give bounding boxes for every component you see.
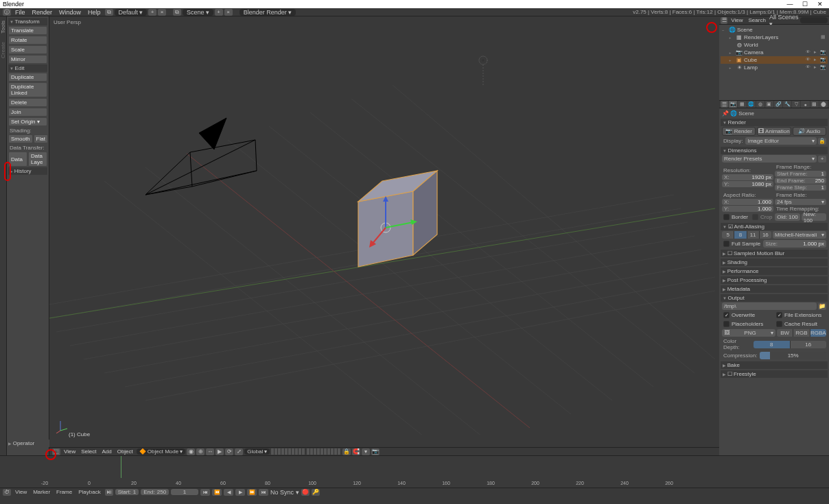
manipulator-toggle-icon[interactable]: ↔ — [206, 448, 214, 455]
scale-button[interactable]: Scale — [8, 45, 47, 54]
res-y-field[interactable]: Y:1080 px — [722, 181, 773, 187]
outliner-item-world[interactable]: ◍World — [721, 41, 828, 49]
tl-menu-frame[interactable]: Frame — [54, 489, 74, 495]
aspect-x-field[interactable]: X:1.000 — [722, 199, 773, 205]
editor-type-3dview-icon[interactable]: ⬚ — [52, 448, 60, 455]
rotate-button[interactable]: Rotate — [8, 36, 47, 45]
editor-type-outliner-icon[interactable]: ☰ — [721, 17, 727, 24]
panel-post-header[interactable]: Post Processing — [721, 276, 828, 284]
mode-dropdown[interactable]: 🔶 Object Mode ▾ — [137, 448, 185, 455]
lock-interface-icon[interactable]: 🔒 — [818, 138, 826, 145]
layers-widget[interactable] — [271, 448, 341, 455]
fps-dropdown[interactable]: 24 fps▾ — [775, 199, 826, 205]
join-button[interactable]: Join — [8, 108, 47, 117]
delete-scene-icon[interactable]: × — [224, 9, 233, 16]
render-audio-button[interactable]: 🔊 Audio — [793, 127, 826, 136]
tl-menu-marker[interactable]: Marker — [31, 489, 52, 495]
orientation-dropdown[interactable]: Global ▾ — [244, 448, 270, 455]
3d-viewport[interactable]: User Persp — [49, 16, 719, 447]
panel-edit-header[interactable]: Edit — [8, 64, 47, 72]
outliner-menu-search[interactable]: Search — [747, 17, 768, 23]
snap-target-icon[interactable]: ▾ — [362, 448, 370, 455]
vp-menu-select[interactable]: Select — [79, 448, 98, 455]
screen-browse-icon[interactable]: ⧉ — [105, 9, 113, 16]
prop-tab-constraints[interactable]: 🔗 — [774, 101, 782, 108]
menu-window[interactable]: Window — [56, 9, 84, 16]
manipulator-scale-icon[interactable]: ⤢ — [235, 448, 243, 455]
delete-button[interactable]: Delete — [8, 98, 47, 107]
tooltab-tools[interactable]: Tools — [0, 16, 6, 38]
prop-tab-data[interactable]: ▽ — [792, 101, 800, 108]
editor-type-timeline-icon[interactable]: ⏱ — [3, 489, 11, 496]
add-screen-icon[interactable]: + — [148, 9, 156, 16]
panel-smb-header[interactable]: ☐ Sampled Motion Blur — [721, 250, 828, 257]
jump-end-button[interactable]: ⏭ — [259, 489, 268, 496]
outliner-item-camera[interactable]: +📷Camera 👁▸📷 — [721, 49, 828, 56]
output-path-field[interactable]: /tmp\ — [722, 302, 817, 310]
editor-type-properties-icon[interactable]: ☰ — [721, 101, 728, 108]
aa-size-field[interactable]: Size:1.000 px — [763, 240, 826, 248]
tl-range-icon[interactable]: ⏯ — [105, 489, 113, 496]
remap-old-field[interactable]: Old: 100 — [775, 213, 799, 221]
datalayers-button[interactable]: Data Laye — [28, 152, 47, 167]
start-frame-field[interactable]: Start Frame:1 — [775, 171, 826, 177]
outliner-menu-view[interactable]: View — [729, 17, 745, 23]
play-reverse-button[interactable]: ◀ — [224, 489, 233, 496]
panel-bake-header[interactable]: Bake — [721, 361, 828, 369]
outliner-item-cube[interactable]: +▣Cube 👁▸📷 — [721, 56, 828, 64]
keying-set-icon[interactable]: 🔑 — [312, 489, 320, 496]
tl-start-field[interactable]: Start:1 — [115, 489, 139, 495]
panel-render-header[interactable]: Render — [721, 119, 828, 126]
autokey-icon[interactable]: 🔴 — [301, 489, 310, 496]
vp-menu-view[interactable]: View — [62, 448, 78, 455]
fileext-checkbox[interactable] — [776, 312, 782, 318]
panel-freestyle-header[interactable]: ☐ Freestyle — [721, 370, 828, 378]
panel-output-header[interactable]: Output — [721, 294, 828, 302]
panel-aa-header[interactable]: ☑ Anti-Aliasing — [721, 223, 828, 230]
play-button[interactable]: ▶ — [235, 489, 245, 496]
aa-filter-dropdown[interactable]: Mitchell-Netravali▾ — [773, 231, 826, 239]
duplicate-button[interactable]: Duplicate — [8, 73, 47, 82]
channels-segmented[interactable]: BW RGB RGBA — [777, 329, 826, 337]
scene-browse-icon[interactable]: ⧉ — [173, 9, 181, 16]
duplicate-linked-button[interactable]: Duplicate Linked — [8, 82, 47, 97]
render-presets-dropdown[interactable]: Render Presets▾ — [722, 155, 817, 163]
manipulator-rotate-icon[interactable]: ⟳ — [225, 448, 233, 455]
pivot-icon[interactable]: ⊕ — [196, 448, 205, 455]
res-x-field[interactable]: X:1920 px — [722, 174, 773, 180]
editor-type-icon[interactable]: ⓘ — [3, 9, 11, 16]
window-close-button[interactable]: ✕ — [815, 1, 825, 8]
remap-new-field[interactable]: New: 100 — [802, 213, 826, 221]
prop-tab-object[interactable]: ▣ — [765, 101, 773, 108]
aa-samples-segmented[interactable]: 5 8 11 16 — [722, 231, 771, 239]
keyframe-next-button[interactable]: ⏩ — [247, 489, 257, 496]
timeline-cursor[interactable] — [121, 456, 121, 478]
data-button[interactable]: Data — [8, 152, 27, 167]
prop-tab-render[interactable]: 📷 — [729, 101, 737, 108]
compression-slider[interactable]: 15% — [760, 352, 826, 359]
crop-checkbox[interactable] — [752, 214, 758, 220]
operator-panel-header[interactable]: Operator — [7, 440, 49, 447]
browse-folder-icon[interactable]: 📁 — [818, 303, 826, 310]
panel-history-header[interactable]: History — [8, 167, 47, 175]
prop-tab-texture[interactable]: ▩ — [810, 101, 819, 108]
tl-menu-playback[interactable]: Playback — [76, 489, 102, 495]
outliner-item-lamp[interactable]: +☀Lamp 👁▸📷 — [721, 64, 828, 71]
timeline[interactable]: -20020406080100120140160180200220240260 — [0, 455, 829, 488]
vp-menu-add[interactable]: Add — [100, 448, 113, 455]
vp-menu-object[interactable]: Object — [115, 448, 135, 455]
panel-performance-header[interactable]: Performance — [721, 267, 828, 275]
format-dropdown[interactable]: 🖼 PNG ▾ — [722, 329, 775, 337]
window-minimize-button[interactable]: — — [785, 1, 795, 8]
render-animation-button[interactable]: 🎞 Animation — [757, 127, 791, 136]
aspect-y-field[interactable]: Y:1.000 — [722, 206, 773, 212]
prop-tab-modifiers[interactable]: 🔧 — [783, 101, 791, 108]
outliner-item-renderlayers[interactable]: +▦RenderLayers ▦ — [721, 34, 828, 41]
set-origin-button[interactable]: Set Origin ▾ — [8, 117, 47, 126]
snap-icon[interactable]: 🧲 — [352, 448, 360, 455]
window-maximize-button[interactable]: ☐ — [800, 1, 810, 8]
panel-transform-header[interactable]: Transform — [8, 18, 47, 25]
panel-shading-header[interactable]: Shading — [721, 259, 828, 266]
render-display-dropdown[interactable]: Image Editor▾ — [745, 137, 817, 145]
outliner[interactable]: −🌐Scene +▦RenderLayers ▦ ◍World +📷Camera… — [719, 25, 829, 100]
